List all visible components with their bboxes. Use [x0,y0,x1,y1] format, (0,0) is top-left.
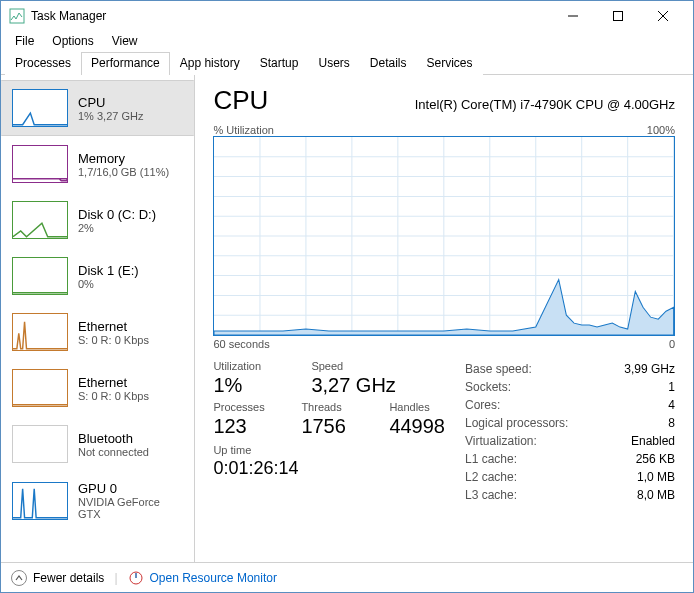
sidebar-item-sub: 2% [78,222,156,234]
menu-file[interactable]: File [7,32,42,50]
tab-app-history[interactable]: App history [170,52,250,75]
open-resource-monitor-link[interactable]: Open Resource Monitor [150,571,277,585]
speed-label: Speed [311,360,395,372]
sidebar-item-sub: S: 0 R: 0 Kbps [78,390,149,402]
sidebar-item-gpu-0[interactable]: GPU 0 NVIDIA GeForce GTX [1,472,194,529]
spec-val: 4 [668,396,675,414]
tab-startup[interactable]: Startup [250,52,309,75]
minimize-button[interactable] [550,1,595,31]
spec-key: Logical processors: [465,414,568,432]
sidebar-item-label: Memory [78,151,169,166]
thumb-icon [12,89,68,127]
chart-label-tr: 100% [647,124,675,136]
tab-details[interactable]: Details [360,52,417,75]
sidebar-item-ethernet[interactable]: Ethernet S: 0 R: 0 Kbps [1,360,194,416]
spec-val: Enabled [631,432,675,450]
thumb-icon [12,425,68,463]
handle-label: Handles [389,401,445,413]
cpu-model: Intel(R) Core(TM) i7-4790K CPU @ 4.00GHz [415,97,675,112]
tab-performance[interactable]: Performance [81,52,170,75]
sidebar-item-sub: 1,7/16,0 GB (11%) [78,166,169,178]
spec-val: 1 [668,378,675,396]
util-label: Utilization [213,360,293,372]
thumb-icon [12,201,68,239]
spec-key: Virtualization: [465,432,537,450]
thread-label: Threads [301,401,371,413]
thumb-icon [12,145,68,183]
spec-row: L1 cache:256 KB [465,450,675,468]
thumb-icon [12,482,68,520]
sidebar-item-disk-0-c-d-[interactable]: Disk 0 (C: D:) 2% [1,192,194,248]
chevron-up-icon[interactable] [11,570,27,586]
app-icon [9,8,25,24]
sidebar: CPU 1% 3,27 GHz Memory 1,7/16,0 GB (11%)… [1,75,195,562]
tab-users[interactable]: Users [308,52,359,75]
sidebar-item-cpu[interactable]: CPU 1% 3,27 GHz [1,80,194,136]
spec-val: 8,0 MB [637,486,675,504]
sidebar-item-label: CPU [78,95,143,110]
sidebar-item-sub: NVIDIA GeForce GTX [78,496,183,520]
handle-value: 44998 [389,415,445,438]
menu-view[interactable]: View [104,32,146,50]
proc-label: Processes [213,401,283,413]
close-button[interactable] [640,1,685,31]
svg-rect-2 [613,12,622,21]
tab-processes[interactable]: Processes [5,52,81,75]
spec-row: Cores:4 [465,396,675,414]
sidebar-item-disk-1-e-[interactable]: Disk 1 (E:) 0% [1,248,194,304]
spec-key: Cores: [465,396,500,414]
chart-label-bl: 60 seconds [213,338,269,350]
spec-val: 1,0 MB [637,468,675,486]
menubar: File Options View [1,31,693,51]
utilization-chart [213,136,675,336]
spec-val: 8 [668,414,675,432]
tabbar: Processes Performance App history Startu… [1,51,693,75]
speed-value: 3,27 GHz [311,374,395,397]
sidebar-item-label: Ethernet [78,375,149,390]
content-pane: CPU Intel(R) Core(TM) i7-4790K CPU @ 4.0… [195,75,693,562]
fewer-details-button[interactable]: Fewer details [33,571,104,585]
util-value: 1% [213,374,293,397]
sidebar-item-ethernet[interactable]: Ethernet S: 0 R: 0 Kbps [1,304,194,360]
maximize-button[interactable] [595,1,640,31]
sidebar-item-label: Ethernet [78,319,149,334]
thumb-icon [12,257,68,295]
window-title: Task Manager [31,9,106,23]
sidebar-item-sub: 0% [78,278,139,290]
spec-key: Base speed: [465,360,532,378]
sidebar-item-memory[interactable]: Memory 1,7/16,0 GB (11%) [1,136,194,192]
chart-label-tl: % Utilization [213,124,274,136]
spec-row: Base speed:3,99 GHz [465,360,675,378]
spec-row: Logical processors:8 [465,414,675,432]
thread-value: 1756 [301,415,371,438]
spec-val: 256 KB [636,450,675,468]
spec-key: Sockets: [465,378,511,396]
sidebar-item-sub: Not connected [78,446,149,458]
sidebar-item-label: Bluetooth [78,431,149,446]
titlebar: Task Manager [1,1,693,31]
chart-label-br: 0 [669,338,675,350]
sidebar-item-label: Disk 1 (E:) [78,263,139,278]
spec-row: L2 cache:1,0 MB [465,468,675,486]
menu-options[interactable]: Options [44,32,101,50]
resource-monitor-icon [128,570,144,586]
spec-row: L3 cache:8,0 MB [465,486,675,504]
spec-key: L3 cache: [465,486,517,504]
thumb-icon [12,369,68,407]
sidebar-item-sub: S: 0 R: 0 Kbps [78,334,149,346]
uptime-label: Up time [213,444,445,456]
uptime-value: 0:01:26:14 [213,458,445,479]
sidebar-item-label: Disk 0 (C: D:) [78,207,156,222]
sidebar-item-label: GPU 0 [78,481,183,496]
proc-value: 123 [213,415,283,438]
tab-services[interactable]: Services [417,52,483,75]
spec-row: Sockets:1 [465,378,675,396]
sidebar-item-bluetooth[interactable]: Bluetooth Not connected [1,416,194,472]
spec-key: L2 cache: [465,468,517,486]
footer: Fewer details | Open Resource Monitor [1,562,693,592]
cpu-spec-list: Base speed:3,99 GHzSockets:1Cores:4Logic… [465,360,675,504]
spec-key: L1 cache: [465,450,517,468]
sidebar-item-sub: 1% 3,27 GHz [78,110,143,122]
page-title: CPU [213,85,268,116]
spec-val: 3,99 GHz [624,360,675,378]
